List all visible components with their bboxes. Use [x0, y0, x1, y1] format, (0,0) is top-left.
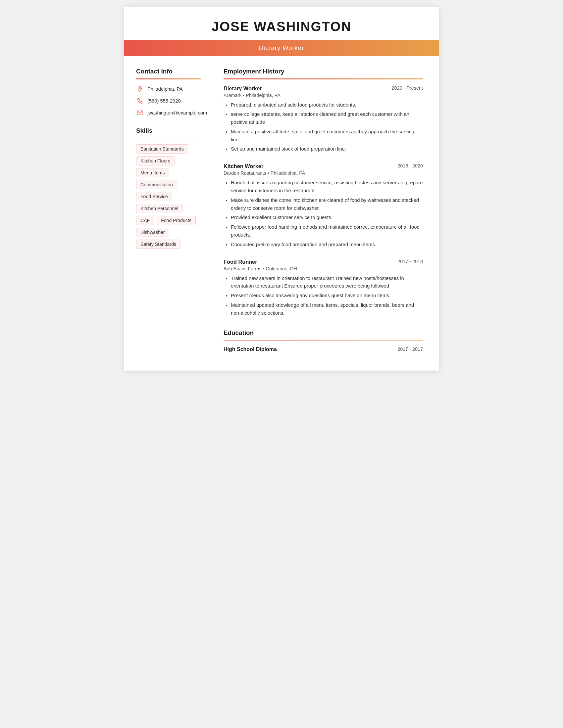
skill-tag: Communication [136, 180, 177, 189]
job-bullet: Trained new servers in orientation to re… [231, 275, 423, 291]
education-section-title: Education [223, 329, 423, 337]
edu-dates: 2017 - 2017 [398, 346, 423, 352]
sidebar: Contact Info Philadelphia, PA (560) 5 [124, 56, 210, 364]
job-bullet: Conducted preliminary food preparation a… [231, 241, 423, 249]
job-bullet: Make sure dishes the come into kitchen a… [231, 197, 423, 212]
education-section: Education High School Diploma2017 - 2017 [223, 329, 423, 353]
contact-section-title: Contact Info [136, 68, 201, 75]
contact-location: Philadelphia, PA [136, 85, 201, 93]
job-header: Food Runner2017 - 2018 [223, 259, 423, 265]
svg-point-0 [139, 87, 140, 89]
employment-divider [223, 78, 423, 79]
education-divider [223, 340, 423, 341]
job-bullet: Prepared, distributed and sold food prod… [231, 101, 423, 109]
contact-email: jwashington@example.com [136, 109, 201, 116]
job-item: Food Runner2017 - 2018Bob Evans Farms • … [223, 259, 423, 317]
job-bullet: Provided excellent customer service to g… [231, 214, 423, 222]
job-dates: 2018 - 2020 [398, 163, 423, 168]
job-bullet: Maintain a positive attitude, smile and … [231, 128, 423, 144]
skill-tag: Food Products [157, 216, 196, 225]
skill-tag: Dishwasher [136, 228, 169, 237]
job-bullet: Maintained updated knowledge of all menu… [231, 301, 423, 317]
edu-item: High School Diploma2017 - 2017 [223, 346, 423, 352]
job-item: Dietary Worker2020 - PresentAramark • Ph… [223, 85, 423, 154]
job-bullets: Handled all issues regarding customer se… [223, 179, 423, 249]
location-icon [136, 85, 143, 93]
job-bullet: serve college students, keep all station… [231, 111, 423, 126]
employment-section: Employment History Dietary Worker2020 - … [223, 68, 423, 317]
skill-tag: Kitchen Floors [136, 156, 174, 165]
skill-tag: Menu Items [136, 168, 169, 177]
job-bullets: Prepared, distributed and sold food prod… [223, 101, 423, 154]
resume-body: Contact Info Philadelphia, PA (560) 5 [124, 56, 439, 364]
skills-section: Skills Sanitation StandardsKitchen Floor… [136, 127, 201, 249]
employment-section-title: Employment History [223, 68, 423, 75]
job-title: Food Runner [223, 259, 257, 265]
job-bullet: Followed proper food handling methods an… [231, 223, 423, 239]
job-company: Darden Restaurants • Philadelphia, PA [223, 170, 423, 176]
job-bullet: Present menus also answering any questio… [231, 292, 423, 300]
skills-section-title: Skills [136, 127, 201, 134]
jobs-container: Dietary Worker2020 - PresentAramark • Ph… [223, 85, 423, 317]
skill-tag: CAF [136, 216, 154, 225]
skill-tag: Food Service [136, 192, 172, 201]
skill-tag: Safety Standards [136, 240, 180, 249]
job-dates: 2017 - 2018 [398, 259, 423, 264]
job-header: Kitchen Worker2018 - 2020 [223, 163, 423, 169]
contact-divider [136, 78, 201, 79]
job-header: Dietary Worker2020 - Present [223, 85, 423, 92]
edu-container: High School Diploma2017 - 2017 [223, 346, 423, 352]
job-bullet: Handled all issues regarding customer se… [231, 179, 423, 195]
email-icon [136, 109, 143, 116]
job-company: Aramark • Philadelphia, PA [223, 93, 423, 98]
skills-divider [136, 138, 201, 139]
candidate-name: JOSE WASHINGTON [124, 7, 439, 40]
edu-degree: High School Diploma [223, 346, 277, 352]
resume-page: JOSE WASHINGTON Dietary Worker Contact I… [124, 7, 439, 371]
job-title: Dietary Worker [223, 85, 262, 92]
job-bullets: Trained new servers in orientation to re… [223, 275, 423, 317]
candidate-title: Dietary Worker [124, 40, 439, 56]
contact-phone: (560) 555-2920 [136, 97, 201, 105]
job-item: Kitchen Worker2018 - 2020Darden Restaura… [223, 163, 423, 249]
main-content: Employment History Dietary Worker2020 - … [210, 56, 439, 364]
skill-tag: Sanitation Standards [136, 144, 188, 154]
phone-icon [136, 97, 143, 105]
job-bullet: Set up and maintained stock of food prep… [231, 145, 423, 153]
job-dates: 2020 - Present [392, 85, 423, 91]
job-title: Kitchen Worker [223, 163, 263, 169]
job-company: Bob Evans Farms • Columbus, OH [223, 266, 423, 271]
skill-tags-container: Sanitation StandardsKitchen FloorsMenu I… [136, 144, 201, 249]
skill-tag: Kitchen Personnel [136, 204, 182, 213]
